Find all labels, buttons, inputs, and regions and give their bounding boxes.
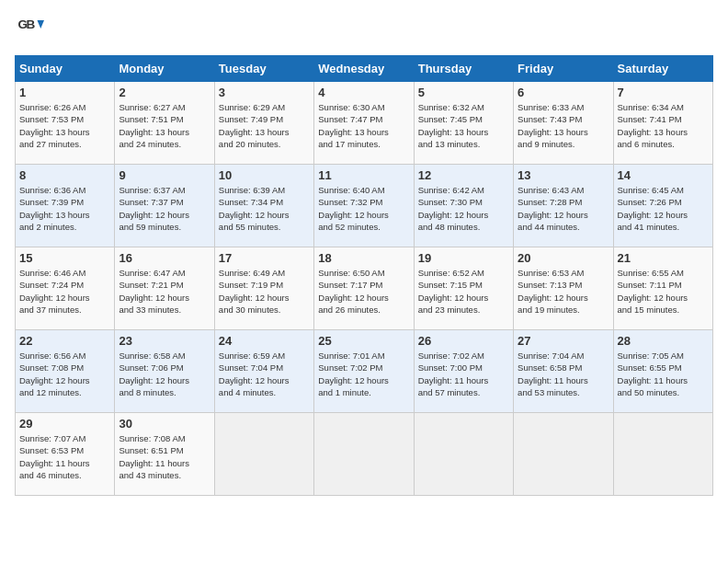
day-number: 18	[318, 251, 409, 265]
day-info: Sunrise: 6:56 AM Sunset: 7:08 PM Dayligh…	[19, 350, 110, 398]
day-info: Sunrise: 6:45 AM Sunset: 7:26 PM Dayligh…	[618, 184, 709, 233]
calendar-cell: 10Sunrise: 6:39 AM Sunset: 7:34 PM Dayli…	[214, 165, 313, 247]
calendar-cell: 30Sunrise: 7:08 AM Sunset: 6:51 PM Dayli…	[115, 413, 214, 496]
day-info: Sunrise: 6:26 AM Sunset: 7:53 PM Dayligh…	[19, 101, 110, 150]
calendar-cell: 13Sunrise: 6:43 AM Sunset: 7:28 PM Dayli…	[514, 165, 613, 247]
calendar-cell: 7Sunrise: 6:34 AM Sunset: 7:41 PM Daylig…	[613, 82, 712, 165]
calendar-cell: 4Sunrise: 6:30 AM Sunset: 7:47 PM Daylig…	[314, 82, 414, 165]
day-info: Sunrise: 7:02 AM Sunset: 7:00 PM Dayligh…	[418, 350, 509, 398]
day-info: Sunrise: 6:46 AM Sunset: 7:24 PM Dayligh…	[19, 267, 110, 316]
day-number: 16	[119, 251, 210, 265]
weekday-header-wednesday: Wednesday	[314, 56, 414, 82]
day-info: Sunrise: 7:07 AM Sunset: 6:53 PM Dayligh…	[19, 432, 110, 481]
day-info: Sunrise: 6:33 AM Sunset: 7:43 PM Dayligh…	[518, 101, 609, 150]
day-number: 17	[219, 251, 310, 265]
calendar-cell: 26Sunrise: 7:02 AM Sunset: 7:00 PM Dayli…	[414, 330, 513, 413]
calendar-week-2: 8Sunrise: 6:36 AM Sunset: 7:39 PM Daylig…	[16, 165, 713, 247]
day-info: Sunrise: 6:55 AM Sunset: 7:11 PM Dayligh…	[618, 267, 709, 316]
calendar-cell	[414, 413, 513, 496]
calendar-cell: 27Sunrise: 7:04 AM Sunset: 6:58 PM Dayli…	[514, 330, 613, 413]
day-number: 27	[518, 334, 609, 348]
calendar-week-1: 1Sunrise: 6:26 AM Sunset: 7:53 PM Daylig…	[16, 82, 713, 165]
day-number: 11	[318, 168, 409, 182]
day-info: Sunrise: 6:49 AM Sunset: 7:19 PM Dayligh…	[219, 267, 310, 316]
calendar-cell: 6Sunrise: 6:33 AM Sunset: 7:43 PM Daylig…	[514, 82, 613, 165]
day-number: 3	[219, 86, 310, 99]
day-info: Sunrise: 6:52 AM Sunset: 7:15 PM Dayligh…	[418, 267, 509, 316]
day-info: Sunrise: 6:50 AM Sunset: 7:17 PM Dayligh…	[318, 267, 409, 316]
day-info: Sunrise: 6:58 AM Sunset: 7:06 PM Dayligh…	[119, 350, 210, 398]
day-info: Sunrise: 6:42 AM Sunset: 7:30 PM Dayligh…	[418, 184, 509, 233]
calendar-cell: 16Sunrise: 6:47 AM Sunset: 7:21 PM Dayli…	[115, 247, 214, 330]
day-number: 10	[219, 168, 310, 182]
weekday-header-tuesday: Tuesday	[214, 56, 313, 82]
calendar-week-3: 15Sunrise: 6:46 AM Sunset: 7:24 PM Dayli…	[16, 247, 713, 330]
day-info: Sunrise: 6:40 AM Sunset: 7:32 PM Dayligh…	[318, 184, 409, 233]
day-number: 20	[518, 251, 609, 265]
calendar-cell: 23Sunrise: 6:58 AM Sunset: 7:06 PM Dayli…	[115, 330, 214, 413]
day-number: 9	[119, 168, 210, 182]
day-info: Sunrise: 6:34 AM Sunset: 7:41 PM Dayligh…	[618, 101, 709, 150]
day-info: Sunrise: 6:29 AM Sunset: 7:49 PM Dayligh…	[219, 101, 310, 150]
day-info: Sunrise: 6:43 AM Sunset: 7:28 PM Dayligh…	[518, 184, 609, 233]
calendar-cell: 8Sunrise: 6:36 AM Sunset: 7:39 PM Daylig…	[16, 165, 115, 247]
day-number: 12	[418, 168, 509, 182]
day-number: 23	[119, 334, 210, 348]
calendar-cell: 18Sunrise: 6:50 AM Sunset: 7:17 PM Dayli…	[314, 247, 414, 330]
day-number: 30	[119, 417, 210, 431]
day-number: 1	[19, 86, 110, 99]
calendar-cell	[613, 413, 712, 496]
weekday-header-friday: Friday	[514, 56, 613, 82]
page-header: G B	[15, 15, 713, 46]
weekday-header-saturday: Saturday	[613, 56, 712, 82]
calendar-week-4: 22Sunrise: 6:56 AM Sunset: 7:08 PM Dayli…	[16, 330, 713, 413]
day-number: 6	[518, 86, 609, 99]
day-info: Sunrise: 7:05 AM Sunset: 6:55 PM Dayligh…	[618, 350, 709, 398]
day-number: 29	[19, 417, 110, 431]
calendar-table: SundayMondayTuesdayWednesdayThursdayFrid…	[15, 55, 713, 496]
calendar-cell: 29Sunrise: 7:07 AM Sunset: 6:53 PM Dayli…	[16, 413, 115, 496]
calendar-cell: 28Sunrise: 7:05 AM Sunset: 6:55 PM Dayli…	[613, 330, 712, 413]
calendar-cell: 25Sunrise: 7:01 AM Sunset: 7:02 PM Dayli…	[314, 330, 414, 413]
logo-icon: G B	[17, 15, 44, 42]
calendar-cell: 17Sunrise: 6:49 AM Sunset: 7:19 PM Dayli…	[214, 247, 313, 330]
weekday-header-monday: Monday	[115, 56, 214, 82]
calendar-week-5: 29Sunrise: 7:07 AM Sunset: 6:53 PM Dayli…	[16, 413, 713, 496]
calendar-cell: 24Sunrise: 6:59 AM Sunset: 7:04 PM Dayli…	[214, 330, 313, 413]
day-number: 28	[618, 334, 709, 348]
day-number: 25	[318, 334, 409, 348]
day-number: 14	[618, 168, 709, 182]
day-number: 19	[418, 251, 509, 265]
calendar-cell: 15Sunrise: 6:46 AM Sunset: 7:24 PM Dayli…	[16, 247, 115, 330]
weekday-header-sunday: Sunday	[16, 56, 115, 82]
calendar-cell: 19Sunrise: 6:52 AM Sunset: 7:15 PM Dayli…	[414, 247, 513, 330]
calendar-cell: 11Sunrise: 6:40 AM Sunset: 7:32 PM Dayli…	[314, 165, 414, 247]
svg-marker-2	[38, 20, 45, 29]
day-info: Sunrise: 6:59 AM Sunset: 7:04 PM Dayligh…	[219, 350, 310, 398]
calendar-cell: 2Sunrise: 6:27 AM Sunset: 7:51 PM Daylig…	[115, 82, 214, 165]
calendar-cell	[514, 413, 613, 496]
day-number: 26	[418, 334, 509, 348]
calendar-cell: 22Sunrise: 6:56 AM Sunset: 7:08 PM Dayli…	[16, 330, 115, 413]
day-info: Sunrise: 7:08 AM Sunset: 6:51 PM Dayligh…	[119, 432, 210, 481]
day-info: Sunrise: 7:04 AM Sunset: 6:58 PM Dayligh…	[518, 350, 609, 398]
calendar-cell: 3Sunrise: 6:29 AM Sunset: 7:49 PM Daylig…	[214, 82, 313, 165]
calendar-cell	[314, 413, 414, 496]
day-number: 21	[618, 251, 709, 265]
svg-text:B: B	[27, 17, 36, 31]
calendar-cell: 20Sunrise: 6:53 AM Sunset: 7:13 PM Dayli…	[514, 247, 613, 330]
day-number: 13	[518, 168, 609, 182]
day-number: 7	[618, 86, 709, 99]
calendar-cell: 5Sunrise: 6:32 AM Sunset: 7:45 PM Daylig…	[414, 82, 513, 165]
calendar-cell: 21Sunrise: 6:55 AM Sunset: 7:11 PM Dayli…	[613, 247, 712, 330]
day-number: 15	[19, 251, 110, 265]
weekday-header-thursday: Thursday	[414, 56, 513, 82]
calendar-cell: 14Sunrise: 6:45 AM Sunset: 7:26 PM Dayli…	[613, 165, 712, 247]
day-number: 2	[119, 86, 210, 99]
day-info: Sunrise: 6:32 AM Sunset: 7:45 PM Dayligh…	[418, 101, 509, 150]
calendar-cell: 12Sunrise: 6:42 AM Sunset: 7:30 PM Dayli…	[414, 165, 513, 247]
day-info: Sunrise: 6:30 AM Sunset: 7:47 PM Dayligh…	[318, 101, 409, 150]
day-number: 5	[418, 86, 509, 99]
calendar-cell: 1Sunrise: 6:26 AM Sunset: 7:53 PM Daylig…	[16, 82, 115, 165]
day-info: Sunrise: 6:27 AM Sunset: 7:51 PM Dayligh…	[119, 101, 210, 150]
